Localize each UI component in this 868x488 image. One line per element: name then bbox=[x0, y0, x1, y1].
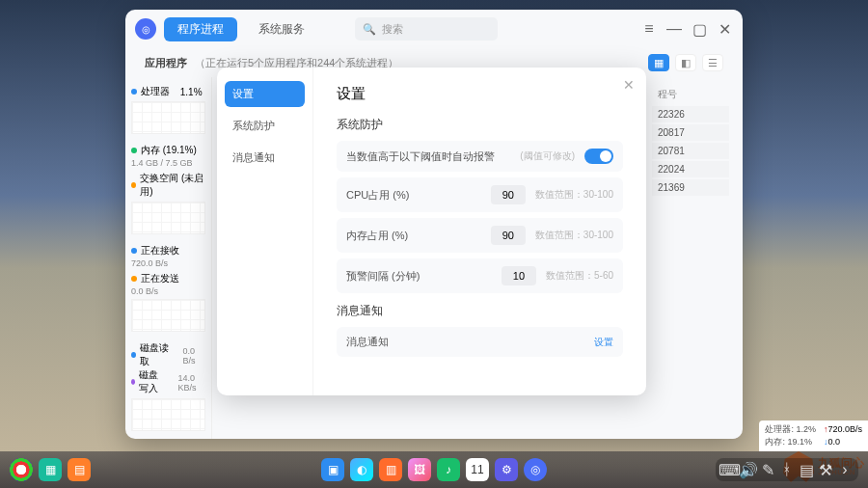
stat-recv-sub: 720.0 B/s bbox=[131, 258, 205, 268]
interval-input[interactable]: 10 bbox=[502, 266, 536, 285]
stat-cpu: 处理器 1.1% bbox=[131, 85, 205, 134]
view-switch: ▦ ◧ ☰ bbox=[648, 54, 723, 71]
alarm-label: 当数值高于以下阈值时自动报警 bbox=[346, 149, 510, 164]
alarm-hint: (阈值可修改) bbox=[520, 149, 575, 163]
search-input[interactable]: 🔍 搜索 bbox=[355, 17, 498, 41]
process-id-column: 程号 22326 20817 20781 22024 21369 bbox=[652, 85, 729, 196]
modal-nav-protection[interactable]: 系统防护 bbox=[225, 113, 305, 139]
status-monitor: 处理器: 1.2% 720.0B/s 内存: 19.1% 0.0 bbox=[759, 420, 868, 451]
modal-nav-settings[interactable]: 设置 bbox=[225, 81, 305, 107]
stat-send-sub: 0.0 B/s bbox=[131, 286, 205, 296]
system-tray: ⌨ 🔊 ✎ ᚼ ▤ ⚒ › bbox=[716, 458, 858, 481]
search-placeholder: 搜索 bbox=[382, 22, 403, 37]
mem-threshold-label: 内存占用 (%) bbox=[346, 229, 481, 243]
stat-mem-title: 内存 (19.1%) bbox=[141, 144, 197, 157]
net-graph bbox=[131, 299, 205, 332]
alarm-toggle-row: 当数值高于以下阈值时自动报警 (阈值可修改) bbox=[337, 141, 623, 172]
stat-read-title: 磁盘读取 bbox=[140, 341, 173, 368]
tab-processes[interactable]: 程序进程 bbox=[164, 17, 237, 41]
cpu-graph bbox=[131, 101, 205, 134]
mem-threshold-input[interactable]: 90 bbox=[491, 226, 526, 245]
taskbar-app-5[interactable]: ♪ bbox=[437, 458, 460, 481]
maximize-button[interactable]: ▢ bbox=[691, 20, 708, 38]
modal-title: 设置 bbox=[337, 85, 623, 103]
tray-tool-icon[interactable]: ⚒ bbox=[818, 462, 833, 477]
modal-nav-notify[interactable]: 消息通知 bbox=[225, 145, 305, 171]
stat-swap-title: 交换空间 (未启用) bbox=[140, 172, 205, 199]
cpu-threshold-input[interactable]: 90 bbox=[491, 185, 526, 204]
taskbar-app-current[interactable]: ◎ bbox=[524, 458, 547, 481]
status-net-up: 720.0B/s bbox=[824, 423, 862, 436]
view-user-button[interactable]: ◧ bbox=[675, 54, 696, 71]
stat-mem: 内存 (19.1%) 1.4 GB / 7.5 GB 交换空间 (未启用) bbox=[131, 144, 205, 234]
subheader-title: 应用程序 bbox=[145, 56, 187, 70]
minimize-button[interactable]: — bbox=[665, 20, 683, 38]
stat-cpu-title: 处理器 bbox=[141, 85, 170, 98]
interval-row: 预警间隔 (分钟) 10 数值范围：5-60 bbox=[337, 258, 623, 293]
close-button[interactable]: ✕ bbox=[716, 20, 733, 38]
notify-label: 消息通知 bbox=[346, 335, 584, 349]
disk-graph bbox=[131, 398, 205, 431]
stat-read-sub: 0.0 B/s bbox=[182, 346, 205, 366]
tray-keyboard-icon[interactable]: ⌨ bbox=[721, 462, 737, 477]
titlebar: ◎ 程序进程 系统服务 🔍 搜索 ≡ — ▢ ✕ bbox=[125, 10, 743, 48]
alarm-toggle[interactable] bbox=[584, 149, 613, 164]
mem-threshold-row: 内存占用 (%) 90 数值范围：30-100 bbox=[337, 218, 623, 253]
pid-cell[interactable]: 20781 bbox=[652, 143, 729, 159]
tray-chevron-icon[interactable]: › bbox=[837, 462, 853, 477]
stat-cpu-val: 1.1% bbox=[180, 87, 203, 97]
app-icon: ◎ bbox=[135, 18, 156, 40]
pid-header: 程号 bbox=[652, 85, 729, 104]
stat-disk: 磁盘读取 0.0 B/s 磁盘写入 14.0 KB/s bbox=[131, 341, 205, 431]
view-tree-button[interactable]: ☰ bbox=[702, 54, 723, 71]
notify-row: 消息通知 设置 bbox=[337, 327, 623, 357]
interval-label: 预警间隔 (分钟) bbox=[346, 269, 492, 284]
menu-button[interactable]: ≡ bbox=[640, 20, 658, 38]
launcher-icon[interactable] bbox=[10, 458, 33, 481]
cpu-threshold-range: 数值范围：30-100 bbox=[535, 188, 613, 202]
mem-threshold-range: 数值范围：30-100 bbox=[535, 229, 613, 242]
stats-sidebar: 处理器 1.1% 内存 (19.1%) 1.4 GB / 7.5 GB 交换空间… bbox=[125, 77, 212, 439]
taskbar-app-2[interactable]: ◐ bbox=[350, 458, 373, 481]
stat-mem-sub: 1.4 GB / 7.5 GB bbox=[131, 158, 205, 168]
tray-bluetooth-icon[interactable]: ᚼ bbox=[779, 462, 795, 477]
stat-send-title: 正在发送 bbox=[141, 272, 179, 285]
notify-link[interactable]: 设置 bbox=[594, 336, 613, 349]
section-protection: 系统防护 bbox=[337, 117, 623, 133]
tray-clipboard-icon[interactable]: ▤ bbox=[799, 462, 814, 477]
workspace-icon[interactable]: ▤ bbox=[68, 458, 91, 481]
tab-services[interactable]: 系统服务 bbox=[245, 17, 318, 41]
modal-content: ✕ 设置 系统防护 当数值高于以下阈值时自动报警 (阈值可修改) CPU占用 (… bbox=[313, 68, 646, 395]
tray-volume-icon[interactable]: 🔊 bbox=[741, 462, 756, 477]
section-notify: 消息通知 bbox=[337, 303, 623, 319]
status-cpu: 处理器: 1.2% bbox=[765, 423, 816, 436]
stat-write-sub: 14.0 KB/s bbox=[177, 373, 205, 393]
cpu-threshold-label: CPU占用 (%) bbox=[346, 188, 481, 203]
modal-sidebar: 设置 系统防护 消息通知 bbox=[217, 68, 313, 395]
status-mem: 内存: 19.1% bbox=[765, 436, 816, 448]
taskbar: ▦ ▤ ▣ ◐ ▥ 🖼 ♪ 11 ⚙ ◎ ⌨ 🔊 ✎ ᚼ ▤ ⚒ › bbox=[0, 451, 868, 488]
interval-range: 数值范围：5-60 bbox=[546, 269, 613, 283]
stat-recv-title: 正在接收 bbox=[141, 244, 179, 258]
status-net-down: 0.0 bbox=[824, 436, 862, 448]
mem-graph bbox=[131, 202, 205, 234]
settings-modal: 设置 系统防护 消息通知 ✕ 设置 系统防护 当数值高于以下阈值时自动报警 (阈… bbox=[217, 68, 646, 395]
stat-write-title: 磁盘写入 bbox=[139, 368, 167, 395]
taskbar-app-4[interactable]: 🖼 bbox=[408, 458, 431, 481]
taskview-icon[interactable]: ▦ bbox=[39, 458, 62, 481]
search-icon: 🔍 bbox=[363, 23, 376, 36]
view-grid-button[interactable]: ▦ bbox=[648, 54, 669, 71]
taskbar-app-6[interactable]: 11 bbox=[466, 458, 489, 481]
tray-edit-icon[interactable]: ✎ bbox=[760, 462, 775, 477]
cpu-threshold-row: CPU占用 (%) 90 数值范围：30-100 bbox=[337, 177, 623, 212]
stat-net: 正在接收 720.0 B/s 正在发送 0.0 B/s bbox=[131, 244, 205, 332]
taskbar-app-7[interactable]: ⚙ bbox=[495, 458, 518, 481]
pid-cell[interactable]: 22024 bbox=[652, 161, 729, 177]
pid-cell[interactable]: 20817 bbox=[652, 124, 729, 141]
taskbar-app-1[interactable]: ▣ bbox=[321, 458, 344, 481]
modal-close-button[interactable]: ✕ bbox=[623, 77, 635, 93]
pid-cell[interactable]: 21369 bbox=[652, 179, 729, 196]
pid-cell[interactable]: 22326 bbox=[652, 106, 729, 122]
taskbar-app-3[interactable]: ▥ bbox=[379, 458, 402, 481]
